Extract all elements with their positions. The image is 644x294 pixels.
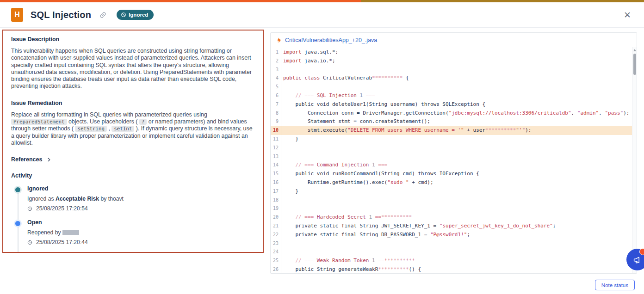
code-line: 25 // === Weak Random Token 1 ==********… (271, 257, 637, 265)
code-line: 5 (271, 83, 637, 92)
timeline-rail (18, 193, 19, 220)
line-content: Statement stmt = conn.createStatement(); (281, 117, 637, 126)
notification-badge (639, 248, 644, 255)
line-number[interactable]: 25 (271, 257, 281, 265)
activity-timeline: IgnoredIgnored as Acceptable Risk by tho… (15, 185, 255, 253)
remediation-text: Replace all string formatting in SQL que… (11, 111, 255, 147)
line-content: private static final String DB_PASSWORD_… (281, 231, 637, 239)
redacted-username (62, 230, 79, 235)
prohibited-icon (121, 12, 126, 18)
scrollbar-up-arrow-icon[interactable] (633, 49, 636, 51)
line-number[interactable]: 9 (271, 117, 281, 126)
issue-details-panel: Issue Description This vulnerability hap… (2, 30, 264, 253)
line-content: // === Weak Random Token 1 ==********** (281, 257, 637, 265)
hotspot-fire-icon (275, 37, 282, 43)
line-number[interactable]: 23 (271, 239, 281, 248)
highlighted-code-line: 10 stmt.execute("DELETE FROM users WHERE… (271, 126, 637, 135)
line-number[interactable]: 14 (271, 161, 281, 170)
code-line: 19 (271, 204, 637, 213)
code-line: 8 Connection conn = DriverManager.getCon… (271, 109, 637, 118)
line-content: public void deleteUser1(String username)… (281, 100, 637, 109)
references-toggle[interactable]: References (11, 156, 255, 163)
code-line: 7 public void deleteUser1(String usernam… (271, 100, 637, 109)
activity-item: OpenReopened by 25/08/2025 17:20:44 (15, 219, 255, 253)
line-content (281, 144, 637, 153)
code-line: 12 (271, 144, 637, 153)
line-number[interactable]: 11 (271, 135, 281, 144)
line-number[interactable]: 12 (271, 144, 281, 153)
line-number[interactable]: 4 (271, 74, 281, 83)
code-line: 2import java.io.*; (271, 57, 637, 66)
severity-high-icon: H (11, 8, 23, 22)
activity-timestamp: 25/08/2025 17:20:44 (27, 239, 255, 245)
status-badge-label: Ignored (129, 12, 148, 18)
line-content: public class CriticalVulnerab********** … (281, 74, 637, 83)
line-number[interactable]: 19 (271, 204, 281, 213)
line-content: public String generateWeakR**********() … (281, 265, 637, 274)
line-content: // === SQL Injection 1 === (281, 92, 637, 100)
timeline-rail (18, 227, 19, 253)
line-content: import java.sql.*; (281, 48, 637, 57)
file-name-link[interactable]: CriticalVulnerabilitiesApp_+20_.java (285, 37, 377, 43)
line-number[interactable]: 15 (271, 170, 281, 178)
description-text: This vulnerability happens when SQL quer… (11, 48, 255, 90)
status-badge[interactable]: Ignored (117, 10, 154, 20)
code-line: 4public class CriticalVulnerab**********… (271, 74, 637, 83)
copy-link-icon[interactable] (99, 12, 106, 18)
code-line: 22 private static final String DB_PASSWO… (271, 231, 637, 239)
code-line: 13 (271, 153, 637, 161)
line-content (281, 66, 637, 74)
timeline-dot (15, 187, 20, 192)
activity-detail: Ignored as Acceptable Risk by thoavt (27, 196, 255, 202)
line-content (281, 204, 637, 213)
note-status-button[interactable]: Note status (595, 280, 635, 290)
line-number[interactable]: 5 (271, 83, 281, 92)
scrollbar-thumb[interactable] (633, 54, 636, 75)
code-line: 6 // === SQL Injection 1 === (271, 92, 637, 100)
line-number[interactable]: 2 (271, 57, 281, 66)
line-number[interactable]: 26 (271, 265, 281, 274)
code-line: 15 public void runRootCommand1(String cm… (271, 170, 637, 178)
description-heading: Issue Description (11, 36, 255, 43)
inline-code-chip: setString (75, 126, 107, 132)
code-line: 14 // === Command Injection 1 === (271, 161, 637, 170)
inline-code-chip: ? (139, 119, 147, 125)
clock-icon (27, 206, 32, 211)
code-viewer-panel: CriticalVulnerabilitiesApp_+20_.java 1im… (270, 32, 637, 274)
line-content: // === Hardcoded Secret 1 ==********** (281, 213, 637, 222)
line-content: import java.io.*; (281, 57, 637, 66)
line-number[interactable]: 24 (271, 248, 281, 257)
line-content (281, 153, 637, 161)
issue-title: SQL Injection (31, 10, 91, 20)
line-number[interactable]: 7 (271, 100, 281, 109)
issue-header: H SQL Injection Ignored ✕ (0, 2, 644, 28)
activity-timestamp: 25/08/2025 17:20:54 (27, 205, 255, 212)
line-number[interactable]: 13 (271, 153, 281, 161)
line-number[interactable]: 17 (271, 187, 281, 196)
line-number[interactable]: 22 (271, 231, 281, 239)
line-number[interactable]: 16 (271, 178, 281, 187)
line-number[interactable]: 8 (271, 109, 281, 118)
references-label: References (11, 156, 42, 163)
line-number[interactable]: 18 (271, 196, 281, 205)
line-number[interactable]: 6 (271, 92, 281, 100)
line-number[interactable]: 3 (271, 66, 281, 74)
line-content: // === Command Injection 1 === (281, 161, 637, 170)
activity-item: IgnoredIgnored as Acceptable Risk by tho… (15, 185, 255, 219)
code-scrollbar[interactable] (632, 47, 637, 273)
code-line: 11 } (271, 135, 637, 144)
line-number[interactable]: 10 (271, 126, 281, 135)
code-body: 1import java.sql.*;2import java.io.*;34p… (271, 47, 637, 274)
code-line: 24 (271, 248, 637, 257)
line-content (281, 83, 637, 92)
remediation-heading: Issue Remediation (11, 100, 255, 106)
activity-heading: Activity (11, 172, 255, 179)
close-icon[interactable]: ✕ (622, 9, 633, 21)
line-content: } (281, 187, 637, 196)
line-number[interactable]: 21 (271, 222, 281, 231)
line-number[interactable]: 1 (271, 48, 281, 57)
activity-status: Ignored (27, 185, 255, 192)
line-content: } (281, 135, 637, 144)
code-file-header: CriticalVulnerabilitiesApp_+20_.java (271, 33, 637, 47)
line-number[interactable]: 20 (271, 213, 281, 222)
